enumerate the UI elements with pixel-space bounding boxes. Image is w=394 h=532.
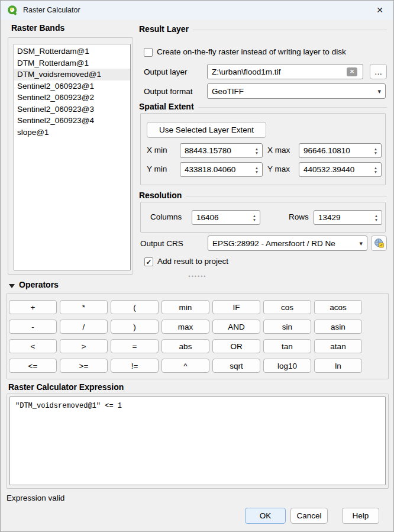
operator-button[interactable]: *	[60, 300, 108, 314]
on-the-fly-checkbox[interactable]	[144, 48, 153, 57]
operator-button[interactable]: >=	[60, 359, 108, 373]
raster-band-item[interactable]: slope@1	[14, 127, 130, 138]
chevron-down-icon: ▾	[377, 88, 385, 95]
raster-bands-list[interactable]: DSM_Rotterdam@1DTM_Rotterdam@1DTM_voidsr…	[14, 44, 131, 270]
resolution-groupbox: Columns 16406 ▲▼ Rows 13429 ▲▼	[140, 202, 386, 233]
operator-button[interactable]: =	[111, 339, 159, 353]
splitter-handle[interactable]: ••••••	[186, 274, 209, 279]
status-text: Expression valid	[7, 494, 64, 502]
operators-heading[interactable]: Operators	[19, 280, 59, 289]
operator-button[interactable]: abs	[162, 339, 209, 353]
operator-button[interactable]: )	[111, 320, 159, 334]
raster-band-item[interactable]: Sentinel2_060923@1	[14, 80, 130, 92]
add-result-checkbox[interactable]: ✓	[144, 257, 153, 266]
y-min-label: Y min	[147, 165, 167, 173]
operator-button[interactable]: ^	[162, 359, 209, 373]
x-min-label: X min	[147, 146, 167, 154]
spinner-arrows-icon[interactable]: ▲▼	[253, 147, 262, 155]
spatial-extent-groupbox: Use Selected Layer Extent X min 88443.15…	[140, 113, 386, 185]
add-result-label: Add result to project	[157, 257, 228, 266]
y-max-label: Y max	[267, 165, 290, 173]
spinner-arrows-icon[interactable]: ▲▼	[372, 214, 382, 222]
operator-button[interactable]: tan	[263, 339, 311, 353]
help-button[interactable]: Help	[342, 508, 379, 524]
operator-button[interactable]: /	[60, 320, 108, 334]
result-layer-heading: Result Layer	[139, 24, 387, 34]
operator-button[interactable]: (	[111, 300, 159, 314]
x-min-spinbox[interactable]: 88443.15780 ▲▼	[180, 143, 263, 158]
titlebar: Raster Calculator ✕	[1, 1, 393, 20]
raster-calculator-dialog: Raster Calculator ✕ Raster Bands DSM_Rot…	[0, 0, 394, 532]
operator-button[interactable]: sqrt	[212, 359, 260, 373]
operator-button[interactable]: acos	[314, 300, 362, 314]
operator-button[interactable]: OR	[212, 339, 260, 353]
output-format-select[interactable]: GeoTIFF ▾	[207, 83, 386, 99]
on-the-fly-label: Create on-the-fly raster instead of writ…	[157, 47, 346, 56]
raster-band-item[interactable]: Sentinel2_060923@3	[14, 104, 130, 115]
browse-output-button[interactable]: …	[370, 64, 387, 79]
operator-button[interactable]: max	[162, 320, 209, 334]
close-icon[interactable]: ✕	[366, 1, 393, 20]
output-layer-input[interactable]: Z:\urban\flood1m.tif ✕	[207, 64, 363, 79]
window-title: Raster Calculator	[23, 6, 80, 14]
output-crs-select[interactable]: EPSG:28992 - Amersfoort / RD Ne ▾	[208, 236, 367, 251]
raster-band-item[interactable]: DTM_voidsremoved@1	[14, 69, 130, 80]
operator-button[interactable]: IF	[212, 300, 260, 314]
operator-button[interactable]: cos	[263, 300, 311, 314]
y-min-spinbox[interactable]: 433818.04060 ▲▼	[180, 162, 263, 177]
operator-button[interactable]: asin	[314, 320, 362, 334]
operator-button[interactable]: !=	[111, 359, 159, 373]
y-max-spinbox[interactable]: 440532.39440 ▲▼	[299, 162, 382, 177]
x-max-label: X max	[267, 146, 290, 154]
columns-spinbox[interactable]: 16406 ▲▼	[192, 210, 260, 225]
operator-button[interactable]: ln	[314, 359, 362, 373]
use-selected-layer-extent-button[interactable]: Use Selected Layer Extent	[147, 122, 266, 138]
operator-button[interactable]: >	[60, 339, 108, 353]
operator-button[interactable]: -	[9, 320, 57, 334]
raster-band-item[interactable]: DSM_Rotterdam@1	[14, 46, 130, 57]
operator-button[interactable]: +	[9, 300, 57, 314]
spinner-arrows-icon[interactable]: ▲▼	[372, 147, 381, 155]
chevron-down-icon: ▾	[359, 240, 367, 247]
spinner-arrows-icon[interactable]: ▲▼	[253, 166, 262, 174]
resolution-heading: Resolution	[139, 191, 387, 200]
operator-button[interactable]: log10	[263, 359, 311, 373]
operator-button[interactable]: <=	[9, 359, 57, 373]
columns-label: Columns	[150, 212, 182, 221]
rows-label: Rows	[289, 212, 309, 221]
raster-band-item[interactable]: DTM_Rotterdam@1	[14, 57, 130, 69]
globe-pencil-icon	[374, 238, 385, 249]
collapse-triangle-icon[interactable]	[9, 284, 15, 288]
spatial-extent-heading: Spatial Extent	[139, 102, 387, 111]
qgis-logo-icon	[7, 5, 18, 16]
clear-text-icon[interactable]: ✕	[347, 67, 357, 76]
x-max-spinbox[interactable]: 96646.10810 ▲▼	[299, 143, 382, 158]
operator-button[interactable]: min	[162, 300, 209, 314]
cancel-button[interactable]: Cancel	[290, 508, 328, 524]
select-crs-button[interactable]	[371, 236, 387, 251]
raster-band-item[interactable]: Sentinel2_060923@4	[14, 115, 130, 127]
operator-button[interactable]: sin	[263, 320, 311, 334]
output-layer-label: Output layer	[144, 67, 188, 76]
spinner-arrows-icon[interactable]: ▲▼	[250, 214, 260, 222]
output-format-label: Output format	[144, 87, 193, 96]
output-crs-label: Output CRS	[140, 239, 183, 248]
expression-editor[interactable]: "DTM_voidsremoved@1" <= 1	[9, 396, 386, 485]
spinner-arrows-icon[interactable]: ▲▼	[372, 166, 381, 174]
raster-bands-heading: Raster Bands	[11, 23, 64, 33]
ok-button[interactable]: OK	[245, 508, 286, 524]
operator-button[interactable]: atan	[314, 339, 362, 353]
operators-grid: +*(minIFcosacos-/)maxANDsinasin<>=absORt…	[9, 300, 362, 373]
raster-band-item[interactable]: Sentinel2_060923@2	[14, 92, 130, 104]
rows-spinbox[interactable]: 13429 ▲▼	[314, 210, 382, 225]
check-icon: ✓	[146, 259, 151, 266]
expression-heading: Raster Calculator Expression	[8, 382, 124, 392]
operator-button[interactable]: AND	[212, 320, 260, 334]
operator-button[interactable]: <	[9, 339, 57, 353]
